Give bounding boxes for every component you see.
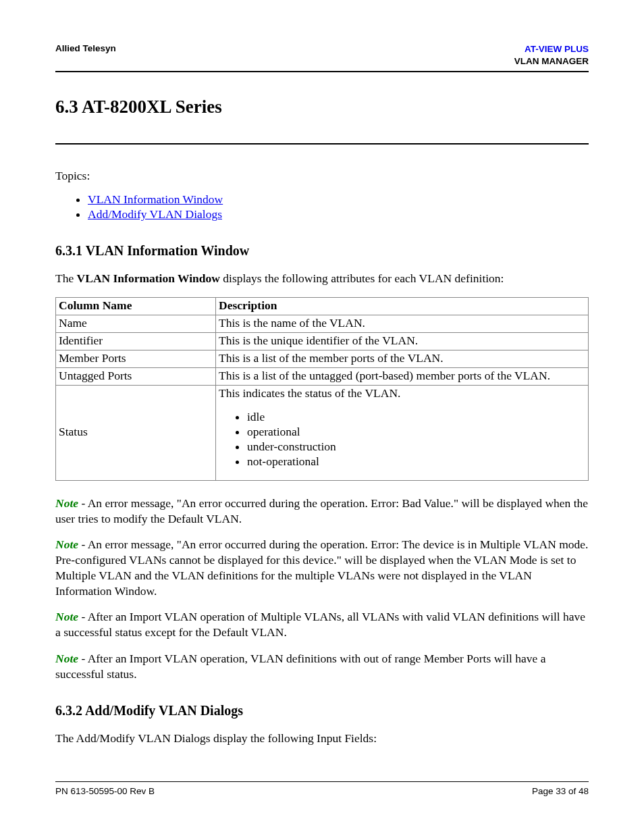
note-label: Note bbox=[55, 652, 78, 665]
section-rule bbox=[55, 143, 589, 145]
cell-col-name: Identifier bbox=[56, 332, 216, 350]
status-intro: This indicates the status of the VLAN. bbox=[219, 386, 400, 400]
intro-text-pre: The bbox=[55, 271, 77, 285]
note-label: Note bbox=[55, 496, 78, 510]
note-text: - After an Import VLAN operation of Mult… bbox=[55, 610, 585, 639]
list-item: Add/Modify VLAN Dialogs bbox=[88, 207, 589, 221]
topics-list: VLAN Information Window Add/Modify VLAN … bbox=[88, 192, 589, 221]
page-header: Allied Telesyn AT-VIEW PLUS VLAN MANAGER bbox=[55, 43, 589, 72]
attributes-table: Column Name Description Name This is the… bbox=[55, 297, 589, 481]
th-column-name: Column Name bbox=[56, 297, 216, 315]
intro-text-bold: VLAN Information Window bbox=[77, 271, 220, 285]
cell-col-name: Member Ports bbox=[56, 350, 216, 367]
note-text: - An error message, "An error occurred d… bbox=[55, 538, 588, 597]
topic-link-vlan-info[interactable]: VLAN Information Window bbox=[88, 192, 223, 206]
note-paragraph: Note - After an Import VLAN operation, V… bbox=[55, 651, 589, 682]
header-company: Allied Telesyn bbox=[55, 43, 116, 53]
cell-desc: This is a list of the member ports of th… bbox=[216, 350, 589, 367]
cell-col-name: Name bbox=[56, 315, 216, 332]
note-text: - An error message, "An error occurred d… bbox=[55, 496, 588, 525]
cell-desc-status: This indicates the status of the VLAN. i… bbox=[216, 385, 589, 480]
table-row: Member Ports This is a list of the membe… bbox=[56, 350, 589, 367]
intro-text-post: displays the following attributes for ea… bbox=[220, 271, 504, 285]
vlan-info-intro: The VLAN Information Window displays the… bbox=[55, 271, 589, 286]
cell-col-name: Untagged Ports bbox=[56, 367, 216, 385]
note-text: - After an Import VLAN operation, VLAN d… bbox=[55, 652, 545, 681]
table-row: Untagged Ports This is a list of the unt… bbox=[56, 367, 589, 385]
status-values-list: idle operational under-construction not-… bbox=[247, 410, 585, 469]
header-module-name: VLAN MANAGER bbox=[514, 55, 589, 68]
footer-page-number: Page 33 of 48 bbox=[532, 786, 589, 796]
list-item: VLAN Information Window bbox=[88, 192, 589, 207]
table-row-status: Status This indicates the status of the … bbox=[56, 385, 589, 480]
table-header-row: Column Name Description bbox=[56, 297, 589, 315]
add-modify-intro: The Add/Modify VLAN Dialogs display the … bbox=[55, 731, 589, 746]
table-row: Identifier This is the unique identifier… bbox=[56, 332, 589, 350]
header-product-name: AT-VIEW PLUS bbox=[514, 43, 589, 55]
subsection-heading-631: 6.3.1 VLAN Information Window bbox=[55, 243, 589, 259]
topics-label: Topics: bbox=[55, 169, 589, 183]
list-item: operational bbox=[247, 425, 585, 439]
subsection-heading-632: 6.3.2 Add/Modify VLAN Dialogs bbox=[55, 703, 589, 719]
section-heading: 6.3 AT-8200XL Series bbox=[55, 97, 589, 118]
note-paragraph: Note - An error message, "An error occur… bbox=[55, 496, 589, 527]
footer-part-number: PN 613-50595-00 Rev B bbox=[55, 786, 155, 796]
topic-link-add-modify[interactable]: Add/Modify VLAN Dialogs bbox=[88, 207, 222, 221]
list-item: idle bbox=[247, 410, 585, 424]
cell-desc: This is a list of the untagged (port-bas… bbox=[216, 367, 589, 385]
cell-desc: This is the name of the VLAN. bbox=[216, 315, 589, 332]
note-paragraph: Note - After an Import VLAN operation of… bbox=[55, 609, 589, 640]
note-label: Note bbox=[55, 538, 78, 551]
page-footer: PN 613-50595-00 Rev B Page 33 of 48 bbox=[55, 781, 589, 796]
header-product: AT-VIEW PLUS VLAN MANAGER bbox=[514, 43, 589, 67]
cell-col-name: Status bbox=[56, 385, 216, 480]
cell-desc: This is the unique identifier of the VLA… bbox=[216, 332, 589, 350]
note-label: Note bbox=[55, 610, 78, 623]
th-description: Description bbox=[216, 297, 589, 315]
list-item: not-operational bbox=[247, 454, 585, 469]
table-row: Name This is the name of the VLAN. bbox=[56, 315, 589, 332]
list-item: under-construction bbox=[247, 440, 585, 454]
note-paragraph: Note - An error message, "An error occur… bbox=[55, 537, 589, 598]
